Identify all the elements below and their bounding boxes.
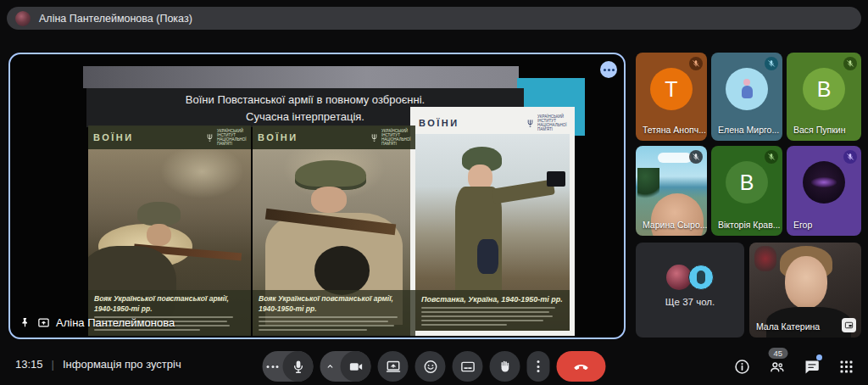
participant-tile-elena[interactable]: Елена Мирго... [711,53,782,141]
presenter-name-label: Аліна Пантелеймонова [56,316,175,329]
caption-smallprint [421,320,543,321]
pip-icon [844,321,854,330]
poster-photo: ВОЇНИ Український інститут національної … [415,112,570,331]
microphone-button[interactable] [263,351,314,382]
more-options-button[interactable] [527,351,550,382]
caption-smallprint [259,329,367,331]
trident-icon [370,133,379,142]
caption-smallprint [259,321,388,322]
participant-name: Марина Сыро... [643,220,707,230]
audio-options-icon[interactable] [263,365,283,368]
poster-soldier-aiming: ВОЇНИ Український інститут національної … [253,126,415,336]
camera-button[interactable] [320,351,371,382]
avatar: В [803,68,845,110]
avatar-graphic [811,177,837,187]
caption-smallprint [259,316,398,318]
poster-logo: ВОЇНИ [258,132,298,142]
institute-name: Український інститут національної пам'ят… [381,129,410,147]
face-shape [147,224,171,246]
apps-grid-icon [837,358,855,376]
reactions-button[interactable] [415,351,446,382]
meeting-status: 13:15 | Інформація про зустріч [15,358,181,371]
avatar-figure [743,79,750,86]
participant-name: Егор [793,220,812,230]
poster-soldier-prone: ВОЇНИ Український інститут національної … [88,126,251,336]
participant-name: Елена Мирго... [718,125,779,135]
end-call-icon [572,357,591,376]
divider: | [52,358,54,371]
participant-tile-viktoria[interactable]: В Вікторія Крав... [711,146,782,236]
people-button[interactable]: 45 [766,356,787,377]
participant-tile-tetyana[interactable]: Т Тетяна Анопч... [636,53,707,141]
mic-muted-icon [765,57,778,70]
mic-muted-icon [765,150,778,164]
more-options-icon [537,360,540,372]
palm-shape [637,168,659,202]
presenter-banner[interactable]: Аліна Пантелеймонова (Показ) [7,7,861,30]
poster-woman-pistol: ВОЇНИ Український інститут національної … [410,107,575,336]
meeting-panels: 45 [732,356,856,377]
captions-button[interactable] [453,351,483,382]
poster-logo: ВОЇНИ [419,118,459,128]
poster-header: ВОЇНИ Український інститут національної … [415,112,570,134]
avatar-initial: В [817,77,832,102]
avatar [688,265,714,290]
caption-line2: 1940-1950-ті рр. [94,304,245,314]
caption-line2: 1940-1950-ті рр. [259,304,409,314]
caption-smallprint [421,311,549,313]
chat-notification-dot [816,354,822,360]
caption-smallprint [421,315,553,317]
poster-header: ВОЇНИ Український інститут національної … [253,126,415,149]
slide-top-strip [83,66,519,88]
overflow-avatars [666,265,714,290]
present-screen-button[interactable] [378,351,409,382]
caption-smallprint [421,324,507,326]
participant-tile-marina-video[interactable]: Марина Сыро... [636,146,707,236]
fullscreen-toggle-button[interactable] [842,318,856,332]
avatar-photo [726,68,768,110]
apps-button[interactable] [836,356,856,377]
poster-caption: Повстанка, Україна, 1940-1950-ті рр. [415,290,570,331]
participant-tile-egor[interactable]: Егор [787,146,861,236]
cap-shape [137,202,181,226]
trident-icon [205,133,214,142]
meet-window: Аліна Пантелеймонова (Показ) Воїни Повст… [0,0,868,385]
participant-tile-katerina-video[interactable]: Мала Катерина [749,243,861,338]
participant-tile-vasya[interactable]: В Вася Пупкин [787,53,861,141]
avatar: В [726,161,768,204]
avatar-photo [803,161,845,204]
info-button[interactable] [732,356,752,377]
overflow-count-label: Ще 37 чол. [636,297,744,307]
avatar-initial: Т [665,77,677,102]
overflow-participants-tile[interactable]: Ще 37 чол. [636,243,744,338]
participant-name: Тетяна Анопч... [643,125,706,135]
chevron-up-icon[interactable] [320,360,341,372]
institute-emblem: Український інститут національної пам'ят… [526,114,566,132]
background-shape [754,246,776,271]
trident-icon [526,119,535,128]
caption-smallprint [421,307,555,309]
institute-emblem: Український інститут національної пам'ят… [370,129,410,147]
captions-icon [459,359,476,375]
caption-line1: Повстанка, Україна, 1940-1950-ті рр. [421,294,564,304]
mic-muted-icon [843,150,857,164]
cloud-shape [658,153,692,163]
chat-button[interactable] [801,356,821,377]
caption-line1: Вояк Української повстанської армії, [94,294,245,304]
shared-screen-tile[interactable]: Воїни Повстанської армії в повному озбро… [8,53,626,339]
institute-name: Український інститут національної пам'ят… [217,129,246,147]
meeting-title[interactable]: Інформація про зустріч [63,358,181,371]
pin-icon [19,316,31,329]
presenter-banner-label: Аліна Пантелеймонова (Показ) [39,13,192,25]
poster-caption: Вояк Української повстанської армії, 194… [253,290,415,336]
caption-smallprint [259,325,394,326]
avatar: Т [650,68,693,110]
participant-name: Мала Катерина [756,321,820,332]
raise-hand-button[interactable] [490,351,520,382]
presenter-avatar [15,11,31,26]
end-call-button[interactable] [557,351,606,382]
mic-muted-icon [689,150,703,164]
emoji-smile-icon [422,359,438,375]
arms-shape [492,180,555,204]
tile-more-options-button[interactable] [600,61,617,78]
